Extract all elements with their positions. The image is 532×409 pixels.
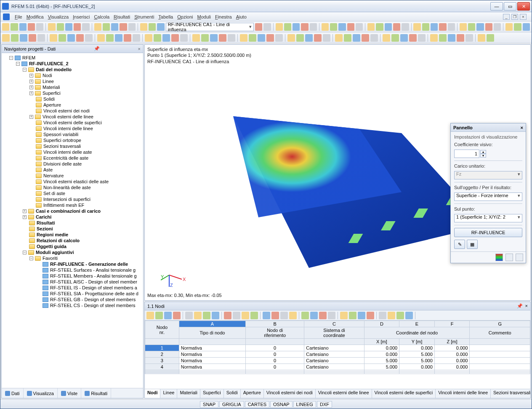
addon-item[interactable]: RF-INFLUENCE - Generazione delle: [36, 261, 142, 267]
table-toolbar-button[interactable]: [263, 312, 270, 319]
toolbar-button[interactable]: [2, 23, 9, 31]
table-toolbar-button[interactable]: [379, 312, 386, 319]
table-toolbar-button[interactable]: [388, 312, 395, 319]
toolbar-button[interactable]: [439, 23, 446, 31]
toolbar-button[interactable]: [180, 34, 188, 42]
toolbar-button[interactable]: [240, 34, 247, 42]
table-close[interactable]: ×: [525, 303, 528, 309]
addon-item[interactable]: RF-STEEL AISC - Design of steel member: [36, 279, 142, 285]
obj-select[interactable]: Superficie - Forze interne: [454, 192, 522, 201]
mdi-close[interactable]: ×: [520, 14, 527, 20]
tree-item[interactable]: +Nodi: [29, 72, 142, 78]
table-tab[interactable]: Vincoli interni delle linee: [436, 389, 491, 398]
toolbar-button[interactable]: [149, 23, 156, 31]
toolbar-button[interactable]: [103, 23, 110, 31]
table-toolbar-button[interactable]: [328, 312, 335, 319]
tree-item[interactable]: Solidi: [29, 96, 142, 102]
toolbar-button[interactable]: [466, 34, 473, 42]
mdi-restore[interactable]: ❐: [511, 14, 518, 20]
tree-item[interactable]: +Linee: [29, 78, 142, 84]
status-lineeg[interactable]: LINEEG: [293, 401, 316, 408]
addon-item[interactable]: RF-STEEL SIA - Progettazione delle aste …: [36, 291, 142, 297]
status-dxf[interactable]: DXF: [317, 401, 332, 408]
toolbar-button[interactable]: [228, 34, 235, 42]
addon-item[interactable]: RF-STEEL IS - Design of steel members a: [36, 285, 142, 291]
toolbar-button[interactable]: [367, 23, 375, 31]
table-toolbar-button[interactable]: [164, 312, 172, 319]
status-cartes[interactable]: CARTES: [245, 401, 269, 408]
toolbar-button[interactable]: [487, 34, 494, 42]
toolbar-button[interactable]: [362, 34, 369, 42]
panel-scale-icon[interactable]: [505, 254, 513, 261]
table-toolbar-button[interactable]: [224, 312, 231, 319]
tree-item[interactable]: Infittimenti mesh EF: [29, 202, 142, 208]
toolbar-button[interactable]: [370, 34, 378, 42]
status-osnap[interactable]: OSNAP: [270, 401, 293, 408]
table-tab[interactable]: Superfici: [200, 389, 224, 398]
toolbar-button[interactable]: [2, 34, 10, 42]
tree-item[interactable]: Vincoli esterni elastici delle aste: [29, 179, 142, 184]
panel-edit-icon[interactable]: ✎: [454, 240, 465, 249]
tree-item[interactable]: Divisioni delle aste: [29, 161, 142, 167]
toolbar-button[interactable]: [485, 23, 492, 31]
toolbar-button[interactable]: [28, 23, 35, 31]
tree-group[interactable]: Oggetti guida: [23, 243, 142, 249]
toolbar-button[interactable]: [344, 34, 351, 42]
menu-aiuto[interactable]: Aiuto: [236, 14, 247, 19]
toolbar-button[interactable]: [409, 34, 417, 42]
nav-tab-visualizza[interactable]: Visualizza: [24, 388, 58, 398]
point-select[interactable]: 1 (Superficie 1; X/Y/Z: 2: [454, 214, 522, 222]
toolbar-button[interactable]: [82, 23, 89, 31]
navigator-pin-icon[interactable]: 📌: [94, 46, 100, 51]
toolbar-button[interactable]: [505, 23, 513, 31]
tree-item[interactable]: Aste: [29, 167, 142, 173]
spin-up[interactable]: ▲: [480, 150, 486, 154]
table-row[interactable]: 3Normativa0Cartesiano5.0005.0000.000: [145, 358, 530, 364]
coef-input[interactable]: [454, 150, 479, 158]
toolbar-button[interactable]: [314, 34, 322, 42]
toolbar-button[interactable]: [468, 23, 475, 31]
table-toolbar-button[interactable]: [173, 312, 181, 319]
toolbar-button[interactable]: [57, 23, 64, 31]
table-toolbar-button[interactable]: [280, 312, 288, 319]
table-row[interactable]: 1Normativa0Cartesiano0.0000.0000.000: [145, 345, 530, 351]
tree-item[interactable]: Vincoli interni delle linee: [29, 126, 142, 131]
3d-viewport[interactable]: Superficie di influenza eta-mx Punto 1 (…: [144, 44, 531, 301]
node-table[interactable]: Nodo nr. A B C D E F G Tipo di nodo: [145, 321, 530, 374]
table-toolbar-button[interactable]: [405, 312, 413, 319]
table-toolbar-button[interactable]: [289, 312, 297, 319]
toolbar-button[interactable]: [67, 34, 75, 42]
table-toolbar-button[interactable]: [301, 312, 309, 319]
tree-item[interactable]: +Materiali: [29, 84, 142, 90]
toolbar-button[interactable]: [37, 34, 45, 42]
table-toolbar-button[interactable]: [233, 312, 240, 319]
toolbar-button[interactable]: [448, 23, 455, 31]
toolbar-button[interactable]: [431, 23, 438, 31]
toolbar-button[interactable]: [85, 34, 93, 42]
table-toolbar-button[interactable]: [319, 312, 327, 319]
toolbar-button[interactable]: [422, 23, 429, 31]
table-toolbar-button[interactable]: [250, 312, 258, 319]
toolbar-button[interactable]: [296, 34, 304, 42]
tree-item[interactable]: Set di aste: [29, 190, 142, 196]
table-tab[interactable]: Sezioni trasversali: [491, 389, 530, 398]
tree-item[interactable]: Sezioni trasversali: [29, 143, 142, 149]
table-toolbar-button[interactable]: [203, 312, 210, 319]
table-toolbar-button[interactable]: [340, 312, 348, 319]
toolbar-button[interactable]: [128, 23, 136, 31]
menu-modifica[interactable]: Modifica: [27, 14, 44, 19]
tree-group[interactable]: Relazioni di calcolo: [23, 238, 142, 243]
toolbar-button[interactable]: [19, 23, 27, 31]
table-toolbar-button[interactable]: [271, 312, 279, 319]
table-tab[interactable]: Vincoli esterni dei nodi: [264, 389, 316, 398]
menu-calcola[interactable]: Calcola: [94, 14, 109, 19]
menu-file[interactable]: File: [15, 14, 22, 19]
toolbar-button[interactable]: [120, 23, 127, 31]
toolbar-button[interactable]: [20, 34, 27, 42]
nav-tab-risultati[interactable]: Risultati: [81, 388, 111, 398]
toolbar-button[interactable]: [476, 23, 484, 31]
status-griglia[interactable]: GRIGLIA: [219, 401, 244, 408]
tree-item[interactable]: Non-linearità delle aste: [29, 184, 142, 190]
table-toolbar-button[interactable]: [310, 312, 318, 319]
app-menu-icon[interactable]: [3, 13, 10, 20]
